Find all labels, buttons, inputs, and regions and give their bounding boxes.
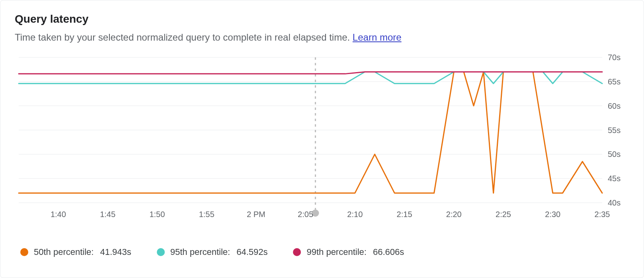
legend-value-p50: 41.943s [100, 247, 131, 257]
svg-text:1:55: 1:55 [199, 210, 215, 219]
chart-container: 40s45s50s55s60s65s70s1:401:451:501:552 P… [15, 53, 629, 245]
svg-text:1:40: 1:40 [51, 210, 66, 219]
legend-label-p50: 50th percentile: [34, 247, 94, 257]
chart-legend: 50th percentile: 41.943s 95th percentile… [15, 247, 629, 257]
svg-text:2:25: 2:25 [496, 210, 511, 219]
legend-label-p99: 99th percentile: [306, 247, 366, 257]
svg-text:65s: 65s [608, 77, 621, 86]
svg-text:1:45: 1:45 [100, 210, 115, 219]
svg-text:2 PM: 2 PM [247, 210, 265, 219]
chart-subtitle: Time taken by your selected normalized q… [15, 31, 629, 44]
svg-text:40s: 40s [608, 198, 621, 207]
svg-text:50s: 50s [608, 150, 621, 159]
subtitle-text: Time taken by your selected normalized q… [15, 32, 353, 43]
svg-text:2:20: 2:20 [446, 210, 462, 219]
svg-text:45s: 45s [608, 174, 621, 183]
svg-text:2:15: 2:15 [397, 210, 412, 219]
legend-swatch-p99 [293, 248, 301, 256]
svg-text:55s: 55s [608, 126, 621, 135]
svg-text:1:50: 1:50 [149, 210, 165, 219]
svg-text:70s: 70s [608, 53, 621, 62]
legend-swatch-p95 [157, 248, 165, 256]
legend-swatch-p50 [20, 248, 28, 256]
svg-text:2:05: 2:05 [298, 210, 313, 219]
svg-text:2:35: 2:35 [595, 210, 610, 219]
svg-text:2:30: 2:30 [545, 210, 560, 219]
query-latency-card: Query latency Time taken by your selecte… [0, 0, 644, 278]
legend-item-p95[interactable]: 95th percentile: 64.592s [157, 247, 268, 257]
legend-label-p95: 95th percentile: [170, 247, 230, 257]
svg-text:60s: 60s [608, 102, 621, 110]
learn-more-link[interactable]: Learn more [353, 32, 402, 43]
legend-item-p50[interactable]: 50th percentile: 41.943s [20, 247, 131, 257]
legend-item-p99[interactable]: 99th percentile: 66.606s [293, 247, 404, 257]
latency-line-chart: 40s45s50s55s60s65s70s1:401:451:501:552 P… [15, 53, 630, 225]
svg-text:2:10: 2:10 [347, 210, 363, 219]
chart-title: Query latency [15, 12, 629, 26]
legend-value-p99: 66.606s [373, 247, 404, 257]
legend-value-p95: 64.592s [236, 247, 267, 257]
